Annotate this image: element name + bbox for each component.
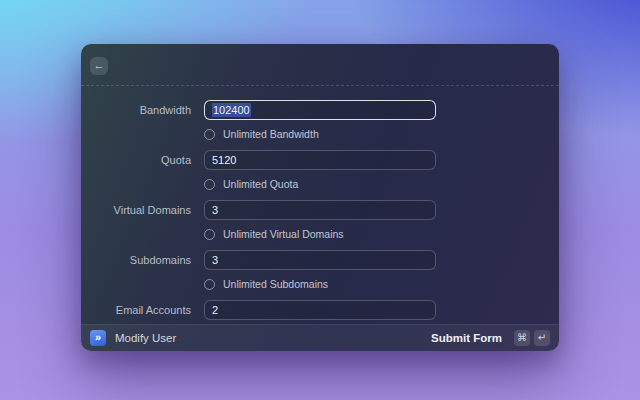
app-icon: »	[90, 330, 106, 346]
input-value: 5120	[212, 154, 236, 166]
selected-text: 102400	[212, 103, 251, 117]
virtual-domains-input[interactable]: 3	[204, 200, 436, 220]
checkbox-icon	[204, 229, 215, 240]
checkbox-icon	[204, 129, 215, 140]
input-value: 2	[212, 304, 218, 316]
field-label: Subdomains	[81, 253, 191, 267]
field-label: Virtual Domains	[81, 203, 191, 217]
window-header: ←	[81, 44, 559, 85]
enter-key-icon: ↵	[534, 330, 550, 346]
checkbox-label: Unlimited Virtual Domains	[223, 228, 344, 240]
unlimited-quota-checkbox[interactable]: Unlimited Quota	[204, 178, 298, 190]
input-value: 3	[212, 204, 218, 216]
app-name: Modify User	[115, 332, 176, 344]
field-label: Bandwidth	[81, 103, 191, 117]
modify-user-window: ← Bandwidth 102400 Unlimited Bandwidth Q…	[81, 44, 559, 351]
unlimited-bandwidth-checkbox[interactable]: Unlimited Bandwidth	[204, 128, 319, 140]
checkbox-icon	[204, 279, 215, 290]
checkbox-icon	[204, 179, 215, 190]
unlimited-subdomains-checkbox[interactable]: Unlimited Subdomains	[204, 278, 328, 290]
bandwidth-input[interactable]: 102400	[204, 100, 436, 120]
input-value: 3	[212, 254, 218, 266]
back-button[interactable]: ←	[90, 57, 108, 75]
quota-input[interactable]: 5120	[204, 150, 436, 170]
submit-form-button[interactable]: Submit Form	[431, 332, 502, 344]
action-bar: » Modify User Submit Form ⌘ ↵	[81, 324, 559, 351]
unlimited-virtual-domains-checkbox[interactable]: Unlimited Virtual Domains	[204, 228, 344, 240]
field-label: Email Accounts	[81, 303, 191, 317]
command-key-icon: ⌘	[514, 330, 530, 346]
checkbox-label: Unlimited Bandwidth	[223, 128, 319, 140]
email-accounts-input[interactable]: 2	[204, 300, 436, 320]
checkbox-label: Unlimited Subdomains	[223, 278, 328, 290]
field-label: Quota	[81, 153, 191, 167]
subdomains-input[interactable]: 3	[204, 250, 436, 270]
form: Bandwidth 102400 Unlimited Bandwidth Quo…	[81, 86, 559, 324]
arrow-left-icon: ←	[94, 59, 105, 71]
checkbox-label: Unlimited Quota	[223, 178, 298, 190]
